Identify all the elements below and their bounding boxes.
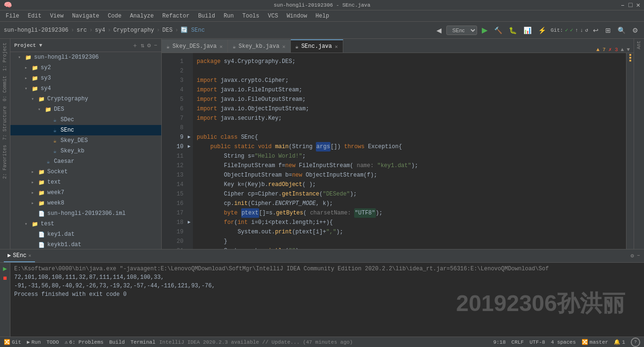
collapse-icon[interactable]: – [154, 42, 157, 49]
tree-sy4[interactable]: ▾ 📁 sy4 [10, 83, 161, 94]
tree-key1-dat[interactable]: ▸ 📄 key1.dat [10, 229, 161, 240]
add-icon[interactable]: ＋ [132, 41, 138, 50]
tree-socket[interactable]: ▸ 📁 Socket [10, 167, 161, 177]
coverage-button[interactable]: 📊 [522, 26, 533, 35]
menu-window[interactable]: Window [283, 12, 311, 20]
menu-edit[interactable]: Edit [24, 12, 45, 20]
run-tab-run[interactable]: ▶ SEnc ✕ [4, 250, 35, 262]
tree-sdec[interactable]: ▸ ☕ SDec [10, 115, 161, 125]
status-todo[interactable]: TODO [46, 339, 59, 345]
breadcrumb-senc[interactable]: 🔄 SEnc [181, 27, 205, 34]
menu-tools[interactable]: Tools [239, 12, 263, 20]
menu-help[interactable]: Help [312, 12, 333, 20]
breadcrumb-src[interactable]: src [77, 27, 87, 34]
close-button[interactable]: ✕ [636, 1, 640, 9]
menu-code[interactable]: Code [104, 12, 125, 20]
tree-key1-dat-label: key1.dat [47, 231, 75, 238]
tab-senc-icon: ☕ [296, 44, 299, 50]
search-everywhere[interactable]: 🔍 [616, 26, 627, 35]
run-output-restart[interactable]: ▶ [3, 265, 7, 273]
menu-view[interactable]: View [46, 12, 68, 20]
menu-run[interactable]: Run [220, 12, 238, 20]
tree-skey-des[interactable]: ▸ ☕ Skey_DES [10, 135, 161, 146]
git-check2[interactable]: ✓ [570, 27, 574, 33]
menu-navigate[interactable]: Navigate [68, 12, 103, 20]
tree-iml-sy4[interactable]: ▸ 📄 sun-hongli-20192306.iml [10, 208, 161, 219]
debug-button[interactable]: 🐛 [507, 26, 519, 35]
breadcrumb-cryptography[interactable]: Cryptography [113, 27, 154, 34]
settings-button[interactable]: ⚙ [630, 26, 640, 35]
tree-skey-kb[interactable]: ▸ ☕ Skey_kb [10, 146, 161, 156]
sync-icon[interactable]: ⇅ [141, 42, 145, 49]
run-config-select[interactable]: SEnc [446, 26, 477, 35]
status-problems[interactable]: ⚠ 6: Problems [65, 339, 104, 345]
menu-build[interactable]: Build [194, 12, 219, 20]
tree-skey-des-label: Skey_DES [61, 137, 88, 144]
menu-refactor[interactable]: Refactor [158, 12, 193, 20]
tree-test[interactable]: ▾ 📁 test [10, 219, 161, 229]
tree-cryptography[interactable]: ▾ 📁 Cryptography [10, 94, 161, 104]
status-run[interactable]: ▶ Run [27, 339, 41, 345]
git-pull[interactable]: ↓ [580, 27, 583, 33]
undo-button[interactable]: ↩ [591, 26, 600, 35]
tree-caesar[interactable]: ▸ ☕ Caesar [10, 156, 161, 167]
tab-skey-des-close[interactable]: ✕ [219, 44, 223, 50]
tab-skey-kb[interactable]: ☕ Skey_kb.java ✕ [228, 39, 291, 53]
run-minimize-icon[interactable]: – [637, 252, 640, 259]
tab-skey-kb-close[interactable]: ✕ [282, 44, 286, 50]
run-tab-close[interactable]: ✕ [28, 253, 31, 258]
idea-update-notice[interactable]: IntelliJ IDEA 2020.2.3 available // Upda… [159, 339, 353, 345]
tab-senc-close[interactable]: ✕ [335, 44, 338, 50]
vtab-favorites[interactable]: 2: Favorites [1, 143, 9, 181]
status-git[interactable]: 🔀 Git [4, 339, 21, 345]
toolbar: sun-hongli-20192306 › src › sy4 › Crypto… [0, 22, 644, 39]
tree-senc[interactable]: ▸ ☕ SEnc [10, 125, 161, 135]
nav-down[interactable]: ▼ [627, 47, 630, 53]
status-linesep[interactable]: CRLF [512, 339, 524, 345]
status-indent[interactable]: 4 spaces [551, 339, 576, 345]
tree-keykb1-dat[interactable]: ▸ 📄 keykb1.dat [10, 240, 161, 249]
run-settings-icon[interactable]: ⚙ [631, 252, 634, 259]
breadcrumb-project[interactable]: sun-hongli-20192306 [4, 27, 69, 34]
breadcrumb-sy4[interactable]: sy4 [95, 27, 105, 34]
layout-button[interactable]: ⊞ [603, 26, 613, 35]
status-notifications[interactable]: 🔔 1 [614, 339, 625, 345]
back-button[interactable]: ◀ [435, 26, 444, 35]
ant-icon[interactable]: Ant [636, 41, 642, 49]
menu-vcs[interactable]: VCS [264, 12, 282, 20]
gear-icon[interactable]: ⚙ [147, 42, 151, 49]
tree-sy3[interactable]: ▸ 📁 sy3 [10, 73, 161, 83]
nav-up[interactable]: ▲ [621, 47, 624, 53]
tab-senc[interactable]: ☕ SEnc.java ✕ [291, 39, 343, 53]
tree-des[interactable]: ▾ 📁 DES [10, 104, 161, 115]
build-button[interactable]: 🔨 [492, 26, 504, 35]
vtab-project[interactable]: 1: Project [1, 41, 9, 73]
status-terminal[interactable]: Terminal [131, 339, 156, 345]
menu-analyze[interactable]: Analyze [126, 12, 157, 20]
status-build[interactable]: Build [109, 339, 125, 345]
status-encoding[interactable]: UTF-8 [530, 339, 545, 345]
vtab-commit[interactable]: 0: Commit [1, 74, 9, 103]
tree-week8[interactable]: ▸ 📁 week8 [10, 198, 161, 208]
git-check1[interactable]: ✓ [565, 27, 568, 33]
run-button[interactable]: ▶ [480, 25, 489, 36]
tree-week7[interactable]: ▸ 📁 week7 [10, 187, 161, 198]
status-position[interactable]: 9:18 [493, 339, 505, 345]
window-controls[interactable]: – □ ✕ [621, 1, 640, 9]
run-output-stop[interactable]: ■ [3, 275, 7, 282]
code-content[interactable]: package sy4.Cryptography.DES; import jav… [193, 53, 626, 249]
maximize-button[interactable]: □ [628, 1, 632, 9]
tree-text[interactable]: ▸ 📁 text [10, 177, 161, 187]
minimize-button[interactable]: – [621, 1, 625, 9]
build-status-label: Build [109, 339, 125, 345]
branch-label[interactable]: master [590, 339, 609, 345]
profile-button[interactable]: ⚡ [536, 26, 548, 35]
menu-file[interactable]: File [2, 12, 23, 20]
tree-root[interactable]: ▾ 📁 sun-hongli-20192306 [10, 52, 161, 62]
vtab-structure[interactable]: 7: Structure [1, 104, 9, 142]
tab-skey-des[interactable]: ☕ Skey_DES.java ✕ [162, 39, 228, 53]
tree-sy2[interactable]: ▸ 📁 sy2 [10, 62, 161, 73]
breadcrumb-des[interactable]: DES [162, 27, 173, 34]
git-push[interactable]: ↑ [575, 27, 578, 33]
git-refresh[interactable]: ↺ [585, 27, 588, 33]
